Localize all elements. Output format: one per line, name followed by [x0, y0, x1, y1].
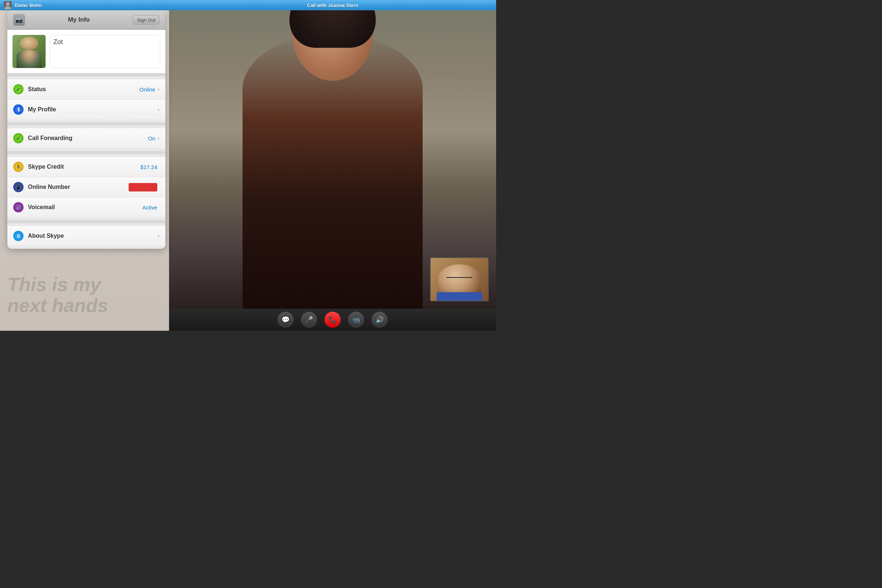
skype-credit-value: $17.24 — [140, 164, 157, 170]
menu-group-3: S Skype Credit $17.24 📱 Online Number 🔊 … — [8, 157, 165, 217]
about-skype-label: About Skype — [28, 232, 158, 239]
online-number-label: Online Number — [28, 184, 129, 190]
status-chevron: › — [158, 86, 159, 93]
voicemail-value: Active — [142, 204, 157, 211]
top-bar-right: Call with Joanna Stern — [169, 3, 496, 8]
profile-name-area: Zot — [50, 35, 160, 68]
skype-credit-icon: S — [13, 162, 24, 172]
end-call-button[interactable]: 📞 — [324, 312, 340, 328]
svg-point-1 — [6, 2, 9, 6]
call-forwarding-value: On — [148, 135, 156, 141]
profile-chevron: › — [158, 106, 159, 113]
about-skype-icon: S — [13, 231, 24, 241]
menu-item-call-forwarding[interactable]: ✓ Call Forwarding On › — [8, 128, 165, 148]
profile-icon: ℹ — [13, 104, 24, 115]
online-number-icon: 📱 — [13, 182, 24, 192]
separator-2 — [8, 122, 165, 125]
chat-button[interactable]: 💬 — [278, 312, 294, 328]
profile-section: Zot — [8, 30, 165, 74]
top-bar: Dieter Bohn Call with Joanna Stern — [0, 0, 496, 10]
separator-4 — [8, 220, 165, 223]
menu-item-my-profile[interactable]: ℹ My Profile › — [8, 100, 165, 119]
menu-item-about-skype[interactable]: S About Skype › — [8, 226, 165, 246]
my-profile-label: My Profile — [28, 106, 158, 113]
status-value: Online — [139, 86, 155, 93]
about-skype-chevron: › — [158, 232, 159, 239]
call-controls-bar: 💬 🎤 📞 📹 🔊 — [169, 309, 496, 331]
menu-group-4: S About Skype › — [8, 226, 165, 246]
separator-1 — [8, 74, 165, 76]
my-info-panel: 📷 My Info Sign Out Zot ✓ Status Online ›… — [8, 10, 165, 249]
call-title: Call with Joanna Stern — [307, 3, 358, 8]
menu-group-1: ✓ Status Online › ℹ My Profile › — [8, 80, 165, 119]
panel-title: My Info — [25, 16, 133, 24]
video-button[interactable]: 📹 — [348, 312, 364, 328]
status-icon: ✓ — [13, 84, 24, 94]
profile-avatar — [12, 35, 46, 68]
voicemail-icon: 🔊 — [13, 202, 24, 212]
menu-item-status[interactable]: ✓ Status Online › — [8, 80, 165, 100]
profile-name: Zot — [53, 38, 63, 46]
camera-button[interactable]: 📷 — [13, 14, 25, 26]
status-label: Status — [28, 86, 139, 93]
watermark: This is my next hands — [8, 274, 108, 316]
menu-group-2: ✓ Call Forwarding On › — [8, 128, 165, 148]
menu-item-online-number[interactable]: 📱 Online Number — [8, 177, 165, 197]
avatar-thumbnail — [4, 1, 12, 9]
main-video — [169, 10, 496, 309]
skype-credit-label: Skype Credit — [28, 164, 140, 170]
glasses-icon — [447, 277, 472, 280]
panel-header: 📷 My Info Sign Out — [8, 10, 165, 30]
self-view-video — [430, 257, 489, 302]
call-forwarding-icon: ✓ — [13, 133, 24, 143]
voicemail-label: Voicemail — [28, 204, 142, 211]
mute-button[interactable]: 🎤 — [301, 312, 317, 328]
menu-item-voicemail[interactable]: 🔊 Voicemail Active — [8, 197, 165, 217]
call-forwarding-label: Call Forwarding — [28, 135, 148, 141]
top-bar-left: Dieter Bohn — [0, 1, 169, 9]
sign-out-button[interactable]: Sign Out — [133, 15, 159, 25]
contact-name: Dieter Bohn — [15, 3, 42, 8]
online-number-value — [129, 183, 157, 192]
call-forwarding-chevron: › — [158, 135, 159, 141]
menu-item-skype-credit[interactable]: S Skype Credit $17.24 — [8, 157, 165, 177]
speaker-button[interactable]: 🔊 — [372, 312, 388, 328]
separator-3 — [8, 151, 165, 154]
